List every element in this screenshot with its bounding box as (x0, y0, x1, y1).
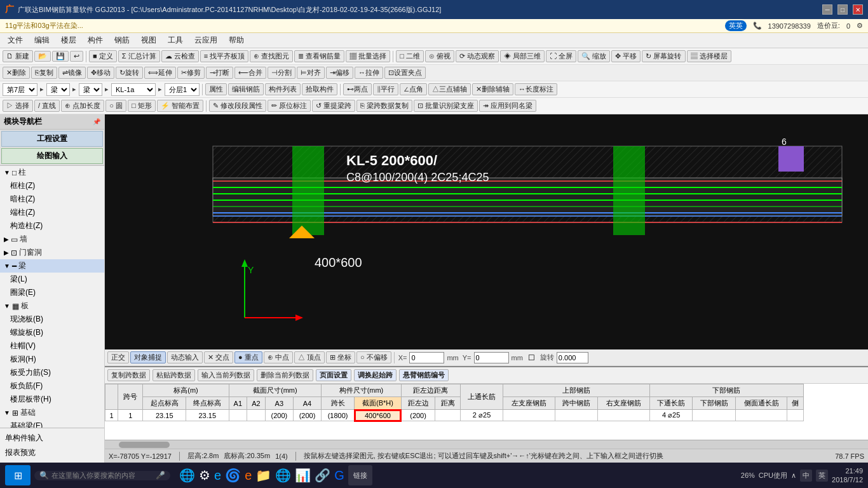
taskbar-icon-2[interactable]: ⚙ (199, 468, 210, 483)
cell-side-through[interactable] (735, 410, 787, 421)
taskbar-icon-5[interactable]: e (245, 468, 252, 483)
apply-same-name-button[interactable]: ↠ 应用到同名梁 (479, 100, 536, 112)
undo-button[interactable]: ↩ (70, 51, 83, 62)
cell-side[interactable] (787, 410, 804, 421)
start-button[interactable]: ⊞ (5, 465, 31, 485)
maximize-button[interactable]: □ (837, 4, 848, 15)
re-extract-button[interactable]: ↺ 重提梁跨 (312, 100, 355, 112)
delete-current-col-button[interactable]: 删除当前列数据 (257, 369, 313, 381)
taskbar-icon-7[interactable]: 🌐 (275, 468, 291, 483)
canvas-area[interactable]: KL-5 200*600/ C8@100/200(4) 2C25;4C25 40… (105, 114, 868, 349)
cloud-check-button[interactable]: ☁ 云检查 (161, 50, 199, 62)
cell-a4[interactable]: (200) (293, 410, 321, 421)
taskbar-search[interactable]: 🔍 在这里输入你要搜索的内容 🎤 (34, 471, 170, 480)
sidebar-item-slab-tension[interactable]: 板受力筋(S) (0, 366, 104, 379)
center-snap-button[interactable]: ⊕ 中点 (264, 351, 293, 363)
sidebar-item-ring-beam[interactable]: 圈梁(E) (0, 286, 104, 299)
clock[interactable]: 21:49 2018/7/12 (832, 466, 863, 485)
batch-identify-button[interactable]: ⊡ 批量识别梁支座 (414, 100, 478, 112)
element-type-select[interactable]: 梁 (79, 83, 102, 96)
sidebar-item-end-column[interactable]: 端柱(Z) (0, 206, 104, 219)
cell-left-seat[interactable] (503, 410, 555, 421)
object-snap-button[interactable]: 对象捕捉 (130, 351, 166, 363)
modify-segment-button[interactable]: ✎ 修改段段属性 (209, 100, 266, 112)
cell-start-elev[interactable]: 23.15 (143, 410, 186, 421)
sidebar-group-slab[interactable]: ▼ ▦ 板 (0, 299, 104, 313)
cell-dist[interactable] (435, 410, 460, 421)
cell-end-elev[interactable]: 23.15 (186, 410, 229, 421)
sidebar-group-foundation[interactable]: ▼ ⊞ 基础 (0, 406, 104, 419)
cell-span-len[interactable]: (1800) (322, 410, 355, 421)
sidebar-item-construct-column[interactable]: 构造柱(Z) (0, 219, 104, 233)
coord-snap-button[interactable]: ⊞ 坐标 (326, 351, 355, 363)
report-preview[interactable]: 报表预览 (0, 445, 104, 460)
extend-button[interactable]: ⟺延伸 (144, 67, 176, 79)
smart-place-button[interactable]: ⚡ 智能布置 (157, 100, 203, 112)
find-element-button[interactable]: ⊕ 查找图元 (250, 50, 293, 62)
new-button[interactable]: 🗋 新建 (3, 50, 33, 62)
cell-bot-through[interactable]: 4 ⌀25 (649, 410, 693, 421)
define-button[interactable]: ■ 定义 (89, 50, 117, 62)
menu-help[interactable]: 帮助 (224, 34, 249, 47)
midpoint-snap-button[interactable]: ● 重点 (234, 351, 262, 363)
property-button[interactable]: 属性 (205, 83, 227, 95)
taskbar-icon-1[interactable]: 🌐 (179, 468, 195, 483)
x-input[interactable] (409, 352, 444, 363)
sidebar-item-beam-l[interactable]: 梁(L) (0, 273, 104, 286)
taskbar-ime[interactable]: 中 (800, 470, 812, 482)
y-input[interactable] (474, 352, 509, 363)
rotate-button[interactable]: ↻旋转 (116, 67, 143, 79)
taskbar-icon-10[interactable]: G (334, 468, 344, 483)
move-button[interactable]: ✥移动 (87, 67, 114, 79)
view-rebar-button[interactable]: ≣ 查看钢筋量 (294, 50, 344, 62)
split-button[interactable]: ⊣分割 (268, 67, 295, 79)
select-floor-button[interactable]: ▤ 选择楼层 (687, 50, 731, 62)
engineering-settings-section[interactable]: 工程设置 (1, 131, 103, 147)
sidebar-group-wall[interactable]: ▶ ▭ 墙 (0, 233, 104, 246)
dynamic-obs-button[interactable]: ⟳ 动态观察 (456, 50, 499, 62)
menu-tools[interactable]: 工具 (163, 34, 188, 47)
taskbar-icon-6[interactable]: 📁 (255, 468, 271, 483)
member-list-button[interactable]: 构件列表 (265, 83, 301, 95)
cell-bot-rebar[interactable] (693, 410, 736, 421)
level-plate-button[interactable]: ≡ 找平齐板顶 (200, 50, 248, 62)
sidebar-item-slab-neg[interactable]: 板负筋(F) (0, 379, 104, 393)
parallel-button[interactable]: ∥平行 (373, 83, 398, 95)
menu-file[interactable]: 文件 (3, 34, 28, 47)
cell-dist-left[interactable]: (200) (401, 410, 435, 421)
rotate-input[interactable] (557, 352, 588, 363)
member-type-select[interactable]: 梁 (46, 83, 70, 96)
in-place-mark-button[interactable]: ✏ 原位标注 (268, 100, 311, 112)
save-button[interactable]: 💾 (52, 51, 69, 62)
span-copy-button[interactable]: ⎘ 梁跨数据复制 (356, 100, 412, 112)
taskbar-icon-3[interactable]: e (214, 468, 221, 483)
intersection-button[interactable]: ✕ 交点 (204, 351, 233, 363)
taskbar-arrow-icon[interactable]: ∧ (791, 471, 796, 480)
sidebar-item-frame-column[interactable]: 框柱(Z) (0, 179, 104, 193)
circle-tool-button[interactable]: ○ 圆 (105, 100, 126, 112)
offset-button[interactable]: ⇥偏移 (326, 67, 353, 79)
sidebar-group-column[interactable]: ▼ □ 柱 (0, 166, 104, 179)
paste-span-data-button[interactable]: 粘贴跨数据 (153, 369, 195, 381)
floor-select[interactable]: 第7层 (3, 83, 37, 96)
vertex-snap-button[interactable]: △ 顶点 (294, 351, 325, 363)
point-angle-button[interactable]: ∠点角 (400, 83, 427, 95)
copy-button[interactable]: ⎘复制 (31, 67, 57, 79)
taskbar-icon-8[interactable]: 📊 (295, 468, 311, 483)
trim-button[interactable]: ✂修剪 (177, 67, 205, 79)
taskbar-app-link[interactable]: 链接 (348, 465, 372, 485)
swap-start-span-button[interactable]: 调换起始跨 (354, 369, 397, 381)
pan-button[interactable]: ✥ 平移 (611, 50, 641, 62)
sidebar-item-floor-band[interactable]: 楼层板带(H) (0, 393, 104, 406)
h-scrollbar[interactable] (105, 440, 868, 449)
pick-member-button[interactable]: 拾取构件 (302, 83, 337, 95)
two-point-button[interactable]: ⊷两点 (343, 83, 372, 95)
break-button[interactable]: ⊸打断 (206, 67, 233, 79)
cell-a3[interactable]: (200) (265, 410, 293, 421)
merge-button[interactable]: ⟵合并 (234, 67, 266, 79)
cell-right-seat[interactable] (598, 410, 650, 421)
select-tool-button[interactable]: ▷ 选择 (3, 100, 33, 112)
element-id-select[interactable]: KL-1a (111, 83, 156, 96)
input-current-col-button[interactable]: 输入当前列数据 (198, 369, 254, 381)
settings-icon[interactable]: ⚙ (857, 22, 863, 30)
